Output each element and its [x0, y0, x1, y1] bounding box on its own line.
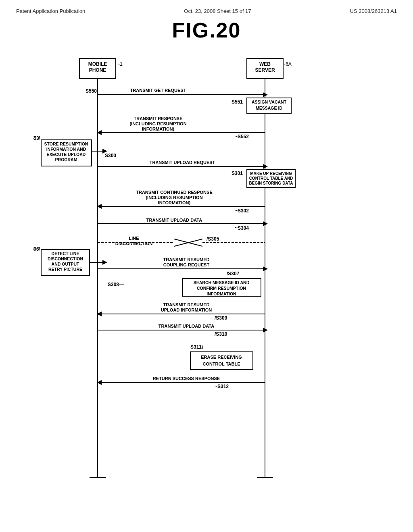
svg-rect-71	[182, 278, 261, 296]
svg-text:~S312: ~S312	[215, 384, 229, 389]
svg-text:BEGIN STORING DATA: BEGIN STORING DATA	[249, 181, 293, 185]
svg-text:DISCONNECTION: DISCONNECTION	[115, 241, 152, 246]
header-right: US 2008/263213 A1	[350, 8, 397, 14]
svg-text:STORE RESUMPTION: STORE RESUMPTION	[44, 141, 88, 146]
svg-text:/S309: /S309	[215, 315, 227, 321]
svg-rect-0	[79, 58, 116, 79]
svg-text:PHONE: PHONE	[89, 67, 106, 73]
svg-text:S300: S300	[105, 153, 116, 158]
svg-text:~S302: ~S302	[235, 208, 249, 214]
svg-text:TRANSMIT UPLOAD REQUEST: TRANSMIT UPLOAD REQUEST	[150, 160, 215, 165]
svg-marker-49	[263, 221, 268, 226]
svg-text:TRANSMIT UPLOAD DATA: TRANSMIT UPLOAD DATA	[146, 218, 202, 222]
svg-text:S553\: S553\	[33, 135, 41, 141]
svg-marker-79	[97, 312, 102, 316]
svg-text:S308—: S308—	[108, 282, 124, 287]
svg-marker-31	[102, 149, 107, 154]
svg-text:COUPLING REQUEST: COUPLING REQUEST	[163, 262, 210, 267]
diagram: MOBILE PHONE ~1 WEB SERVER ~6A S550 TRAN…	[33, 54, 380, 482]
svg-rect-58	[41, 249, 90, 276]
svg-text:TRANSMIT UPLOAD DATA: TRANSMIT UPLOAD DATA	[159, 324, 214, 328]
svg-text:S550: S550	[86, 88, 97, 94]
svg-text:~1: ~1	[117, 61, 123, 67]
svg-text:CONFIRM RESUMPTION: CONFIRM RESUMPTION	[197, 286, 246, 291]
svg-line-53	[174, 239, 202, 246]
page-header: Patent Application Publication Oct. 23, …	[16, 8, 397, 14]
svg-text:TRANSMIT RESPONSE: TRANSMIT RESPONSE	[133, 116, 182, 121]
svg-text:INFORMATION): INFORMATION)	[142, 127, 175, 131]
figure-title: FIG.20	[16, 18, 397, 42]
svg-text:TRANSMIT CONTINUED RESPONSE: TRANSMIT CONTINUED RESPONSE	[136, 190, 212, 195]
svg-line-54	[174, 239, 202, 246]
svg-text:RETRY PICTURE: RETRY PICTURE	[48, 267, 82, 272]
svg-text:~S552: ~S552	[235, 134, 249, 139]
svg-marker-35	[263, 164, 268, 169]
svg-text:(INCLUDING RESUMPTION: (INCLUDING RESUMPTION	[146, 195, 202, 200]
svg-rect-14	[247, 98, 291, 113]
svg-text:CONTROL TABLE: CONTROL TABLE	[202, 362, 240, 366]
svg-text:CONTROL TABLE AND: CONTROL TABLE AND	[249, 176, 293, 181]
header-middle: Oct. 23, 2008 Sheet 15 of 17	[184, 8, 251, 14]
svg-marker-83	[263, 328, 268, 332]
svg-text:MESSAGE ID: MESSAGE ID	[256, 106, 282, 110]
svg-marker-45	[97, 204, 102, 209]
svg-text:INFORMATION AND: INFORMATION AND	[46, 147, 86, 152]
svg-text:S311\: S311\	[190, 344, 203, 350]
svg-text:PROGRAM: PROGRAM	[55, 157, 77, 162]
svg-text:TRANSMIT RESUMED: TRANSMIT RESUMED	[163, 257, 210, 262]
svg-text:~S304: ~S304	[235, 225, 249, 231]
svg-text:ASSIGN VACANT: ASSIGN VACANT	[252, 100, 287, 104]
svg-text:UPLOAD INFORMATION: UPLOAD INFORMATION	[161, 308, 212, 312]
svg-text:MAKE UP RECEIVING: MAKE UP RECEIVING	[250, 171, 292, 176]
svg-text:TRANSMIT GET REQUEST: TRANSMIT GET REQUEST	[130, 88, 186, 93]
svg-text:INFORMATION: INFORMATION	[206, 291, 236, 296]
svg-text:~6A: ~6A	[283, 61, 292, 67]
svg-text:DISCONNECTION: DISCONNECTION	[48, 256, 83, 261]
svg-text:MOBILE: MOBILE	[88, 61, 107, 67]
svg-text:SERVER: SERVER	[255, 67, 275, 73]
svg-text:ERASE RECEIVING: ERASE RECEIVING	[201, 355, 242, 360]
svg-text:/S307_: /S307_	[227, 271, 242, 276]
svg-marker-22	[97, 130, 102, 135]
svg-text:(INCLUDING RESUMPTION: (INCLUDING RESUMPTION	[129, 121, 186, 126]
svg-text:EXECUTE UPLOAD: EXECUTE UPLOAD	[47, 152, 86, 157]
svg-marker-65	[102, 260, 107, 265]
svg-text:/S310: /S310	[215, 331, 227, 337]
svg-marker-12	[263, 92, 268, 97]
svg-rect-86	[190, 352, 253, 370]
svg-text:DETECT LINE: DETECT LINE	[52, 251, 79, 256]
svg-marker-91	[97, 380, 102, 385]
svg-text:INFORMATION): INFORMATION)	[158, 200, 191, 205]
svg-rect-24	[41, 140, 92, 166]
svg-text:TRANSMIT RESUMED: TRANSMIT RESUMED	[163, 302, 210, 307]
svg-text:RETURN SUCCESS RESPONSE: RETURN SUCCESS RESPONSE	[153, 376, 220, 381]
svg-text:AND OUTPUT: AND OUTPUT	[52, 262, 79, 266]
svg-text:S301: S301	[232, 170, 243, 176]
svg-text:LINE: LINE	[129, 236, 139, 241]
svg-marker-69	[263, 266, 268, 271]
svg-text:/S305: /S305	[206, 236, 219, 242]
svg-text:WEB: WEB	[259, 61, 271, 67]
svg-rect-36	[247, 170, 295, 187]
svg-text:SEARCH MESSAGE ID AND: SEARCH MESSAGE ID AND	[194, 280, 250, 285]
svg-rect-4	[247, 58, 283, 79]
svg-text:S551: S551	[232, 99, 243, 105]
svg-text:S306\: S306\	[33, 246, 41, 252]
header-left: Patent Application Publication	[16, 8, 85, 14]
